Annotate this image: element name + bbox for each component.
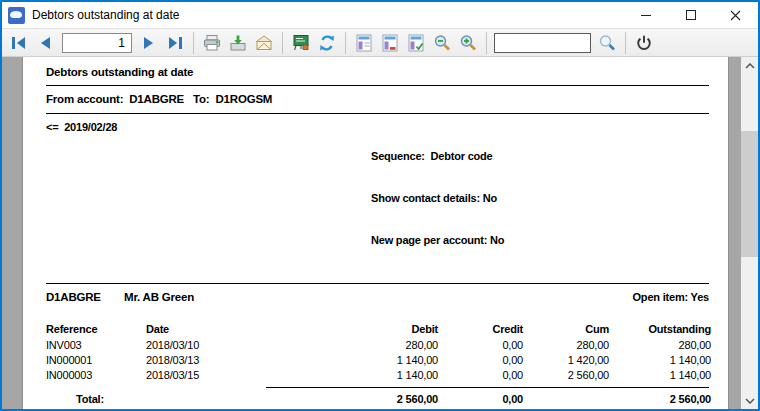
layout-single-button[interactable] <box>351 31 377 55</box>
printer-icon <box>202 33 222 53</box>
section-total-row: Total: 2 560,00 0,00 2 560,00 <box>46 388 709 411</box>
table-row: INV003 2018/03/10 280,00 0,00 280,00 280… <box>46 338 709 353</box>
zoom-out-button[interactable] <box>429 31 455 55</box>
search-button[interactable] <box>594 31 620 55</box>
toolbar-separator <box>193 32 194 54</box>
column-header: Debit <box>256 323 438 335</box>
page-number-input[interactable] <box>62 33 132 53</box>
search-input[interactable] <box>494 33 591 53</box>
toolbar-separator <box>625 32 626 54</box>
power-exit-button[interactable] <box>631 31 657 55</box>
previous-page-icon <box>35 34 55 52</box>
total-debit: 2 560,00 <box>256 393 438 405</box>
column-header: Credit <box>438 323 523 335</box>
export-save-button[interactable] <box>225 31 251 55</box>
power-icon <box>635 34 653 52</box>
open-item-flag: Open item: Yes <box>633 291 709 303</box>
total-credit: 0,00 <box>438 393 523 405</box>
column-header: Date <box>146 323 256 335</box>
scrollbar-thumb[interactable] <box>741 131 758 257</box>
close-button[interactable] <box>713 2 758 28</box>
close-icon <box>729 9 742 22</box>
cell-outstanding: 1 140,00 <box>609 368 711 383</box>
minimize-icon <box>640 9 652 21</box>
toolbar-separator <box>345 32 346 54</box>
last-page-button[interactable] <box>162 31 188 55</box>
total-cum <box>523 393 609 405</box>
total-label: Total: <box>46 393 146 405</box>
cell-reference: IN000003 <box>46 368 146 383</box>
cell-cum: 280,00 <box>523 338 609 353</box>
param-sequence: Sequence: Debtor code <box>371 149 504 163</box>
column-header: Outstanding <box>609 323 711 335</box>
email-button[interactable] <box>251 31 277 55</box>
param-contact-details: Show contact details: No <box>371 191 504 205</box>
window-title: Debtors outstanding at date <box>32 8 179 22</box>
layout-footer-icon <box>380 33 400 53</box>
zoom-in-icon <box>458 33 478 53</box>
last-page-icon <box>165 34 185 52</box>
cell-cum: 2 560,00 <box>523 368 609 383</box>
scroll-down-button[interactable] <box>741 392 758 409</box>
previous-page-button[interactable] <box>32 31 58 55</box>
first-page-button[interactable] <box>6 31 32 55</box>
column-header: Cum <box>523 323 609 335</box>
toolbar <box>2 28 758 57</box>
cell-outstanding: 1 140,00 <box>609 353 711 368</box>
cell-date: 2018/03/13 <box>146 353 256 368</box>
search-icon <box>597 33 617 53</box>
title-bar: Debtors outstanding at date <box>2 2 758 28</box>
cell-reference: INV003 <box>46 338 146 353</box>
account-range: From account: D1ABGRE To: D1ROGSM <box>46 86 709 113</box>
zoom-out-icon <box>432 33 452 53</box>
cell-debit: 1 140,00 <box>256 368 438 383</box>
vertical-scrollbar[interactable] <box>741 57 758 409</box>
parameter-lines: Sequence: Debtor code Show contact detai… <box>371 121 504 275</box>
maximize-button[interactable] <box>668 2 713 28</box>
cell-cum: 1 420,00 <box>523 353 609 368</box>
cell-credit: 0,00 <box>438 368 523 383</box>
cell-debit: 1 140,00 <box>256 353 438 368</box>
chevron-up-icon <box>745 63 755 69</box>
first-page-icon <box>9 34 29 52</box>
layout-check-button[interactable] <box>403 31 429 55</box>
account-header: D1ABGRE Mr. AB Green Open item: Yes <box>46 284 709 309</box>
total-outstanding: 2 560,00 <box>609 393 711 405</box>
table-row: IN000001 2018/03/13 1 140,00 0,00 1 420,… <box>46 353 709 368</box>
refresh-icon <box>317 33 337 53</box>
chevron-down-icon <box>745 398 755 404</box>
refresh-button[interactable] <box>314 31 340 55</box>
email-envelope-icon <box>254 33 274 53</box>
cell-date: 2018/03/10 <box>146 338 256 353</box>
design-button[interactable] <box>288 31 314 55</box>
minimize-button[interactable] <box>623 2 668 28</box>
table-row: IN000003 2018/03/15 1 140,00 0,00 2 560,… <box>46 368 709 383</box>
layout-single-icon <box>354 33 374 53</box>
print-button[interactable] <box>199 31 225 55</box>
param-new-page: New page per account: No <box>371 233 504 247</box>
app-icon <box>8 7 25 24</box>
export-save-icon <box>228 33 248 53</box>
table-header-row: Reference Date Debit Credit Cum Outstand… <box>46 309 709 338</box>
cell-credit: 0,00 <box>438 338 523 353</box>
cell-reference: IN000001 <box>46 353 146 368</box>
next-page-icon <box>139 34 159 52</box>
cell-date: 2018/03/15 <box>146 368 256 383</box>
report-parameters: <= 2019/02/28 Sequence: Debtor code Show… <box>46 114 709 283</box>
date-filter: <= 2019/02/28 <box>46 121 371 275</box>
toolbar-separator <box>486 32 487 54</box>
column-header: Reference <box>46 323 146 335</box>
layout-check-icon <box>406 33 426 53</box>
layout-footer-button[interactable] <box>377 31 403 55</box>
next-page-button[interactable] <box>136 31 162 55</box>
zoom-in-button[interactable] <box>455 31 481 55</box>
report-viewer-window: Debtors outstanding at date <box>0 0 760 411</box>
toolbar-separator <box>282 32 283 54</box>
cell-credit: 0,00 <box>438 353 523 368</box>
cell-outstanding: 280,00 <box>609 338 711 353</box>
cell-debit: 280,00 <box>256 338 438 353</box>
scroll-up-button[interactable] <box>741 57 758 74</box>
report-page: Debtors outstanding at date From account… <box>22 57 729 409</box>
design-board-icon <box>291 33 311 53</box>
account-code: D1ABGRE <box>46 291 124 303</box>
